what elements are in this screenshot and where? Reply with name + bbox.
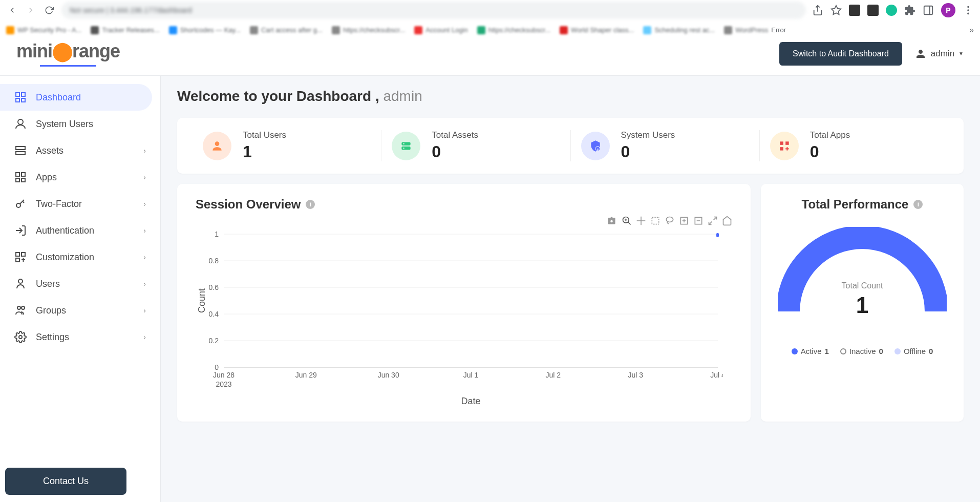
sidebar-item-apps[interactable]: Apps› xyxy=(0,164,160,191)
svg-point-27 xyxy=(18,279,23,283)
svg-text:0: 0 xyxy=(215,363,219,371)
ext1-icon[interactable] xyxy=(849,5,860,16)
svg-point-30 xyxy=(19,336,22,339)
info-icon[interactable]: i xyxy=(306,200,315,209)
zoom-icon[interactable] xyxy=(622,216,632,226)
chevron-down-icon: ▼ xyxy=(958,51,964,56)
sidebar-item-authentication[interactable]: Authentication› xyxy=(0,217,160,244)
svg-rect-24 xyxy=(16,258,19,262)
ext2-icon[interactable] xyxy=(867,5,879,16)
bookmark[interactable]: https://checksubscr... xyxy=(332,26,405,34)
session-chart: 00.20.40.60.81Jun 282023Jun 29Jun 30Jul … xyxy=(196,219,723,408)
ext3-icon[interactable] xyxy=(886,5,897,16)
card-title: Total Performance i xyxy=(779,197,945,212)
browser-chrome: Not secure | 3.444.196.177/dashboard P W… xyxy=(0,0,980,32)
dashboard-icon xyxy=(14,91,27,103)
svg-text:Jun 30: Jun 30 xyxy=(378,371,399,379)
stat-assets: Total Assets0 xyxy=(381,130,570,161)
svg-text:Date: Date xyxy=(461,396,480,406)
bookmark[interactable]: Shortcodes — Kay... xyxy=(169,26,241,34)
sidebar-item-assets[interactable]: Assets› xyxy=(0,137,160,164)
card-title: Session Overview i xyxy=(196,197,732,212)
perf-legend: Active 1 Inactive 0 Offline 0 xyxy=(792,347,933,355)
star-icon[interactable] xyxy=(830,5,842,16)
sidebar-label: Users xyxy=(36,279,60,289)
stat-users: Total Users1 xyxy=(193,130,381,161)
puzzle-icon[interactable] xyxy=(904,5,915,16)
camera-icon[interactable] xyxy=(607,216,617,226)
menu-icon[interactable] xyxy=(963,5,974,16)
bookmark[interactable]: WP Security Pro - A... xyxy=(6,26,81,34)
svg-text:1: 1 xyxy=(215,230,219,238)
bookmark[interactable]: World Shaper class... xyxy=(560,26,634,34)
pan-icon[interactable] xyxy=(636,216,646,226)
chevron-right-icon: › xyxy=(143,147,146,155)
user-menu[interactable]: admin ▼ xyxy=(914,48,964,60)
sidebar-label: Assets xyxy=(36,145,63,156)
settings-icon xyxy=(14,331,27,343)
reload-btn[interactable] xyxy=(43,4,55,16)
sidebar-item-customization[interactable]: Customization› xyxy=(0,244,160,270)
svg-point-35 xyxy=(403,148,404,149)
sysusers-icon: e xyxy=(581,132,610,160)
bookmarks-overflow[interactable]: » xyxy=(969,26,974,35)
sidebar-item-system-users[interactable]: System Users xyxy=(0,111,160,137)
stat-label: Total Apps xyxy=(810,130,850,140)
info-icon[interactable]: i xyxy=(913,200,923,209)
svg-point-34 xyxy=(403,143,404,144)
select-icon[interactable] xyxy=(650,216,661,226)
bookmark[interactable]: https://checksubscr... xyxy=(477,26,550,34)
svg-rect-33 xyxy=(402,147,411,150)
legend-offline: Offline 0 xyxy=(894,347,933,355)
sidebar-item-dashboard[interactable]: Dashboard xyxy=(0,84,152,111)
bookmark[interactable]: Cart access after g... xyxy=(250,26,323,34)
sidebar-label: Groups xyxy=(36,305,66,316)
svg-rect-39 xyxy=(785,141,789,145)
url-bar[interactable]: Not secure | 3.444.196.177/dashboard xyxy=(61,2,806,19)
bookmark[interactable]: Scheduling rest ac... xyxy=(643,26,715,34)
sidebar-item-users[interactable]: Users› xyxy=(0,270,160,297)
svg-text:0.4: 0.4 xyxy=(209,310,219,318)
svg-point-4 xyxy=(967,6,969,8)
svg-text:0.8: 0.8 xyxy=(209,257,219,265)
contact-us-button[interactable]: Contact Us xyxy=(5,468,126,495)
svg-text:Jul 3: Jul 3 xyxy=(628,371,643,379)
svg-rect-40 xyxy=(780,147,783,151)
svg-rect-38 xyxy=(780,141,783,145)
share-icon[interactable] xyxy=(812,5,823,16)
systemusers-icon xyxy=(14,118,27,130)
back-btn[interactable] xyxy=(6,4,18,16)
sidebar-item-two-factor[interactable]: Two-Factor› xyxy=(0,191,160,217)
stat-value: 0 xyxy=(432,142,478,161)
users-icon xyxy=(203,132,231,160)
sidebar-item-settings[interactable]: Settings› xyxy=(0,324,160,350)
svg-rect-12 xyxy=(16,147,25,150)
svg-rect-9 xyxy=(22,98,25,102)
svg-text:Jul 4: Jul 4 xyxy=(710,371,723,379)
svg-rect-7 xyxy=(16,93,19,96)
user-name: admin xyxy=(931,49,954,59)
svg-rect-8 xyxy=(22,93,25,96)
bookmark[interactable]: Account Login xyxy=(414,26,467,34)
sidebar-item-groups[interactable]: Groups› xyxy=(0,297,160,324)
svg-rect-17 xyxy=(22,178,25,182)
bookmark[interactable]: WordPress Error xyxy=(724,26,786,34)
home-icon[interactable] xyxy=(722,216,732,226)
profile-avatar[interactable]: P xyxy=(941,3,955,17)
twofactor-icon xyxy=(14,198,27,210)
svg-line-44 xyxy=(628,222,631,225)
page-title: Welcome to your Dashboard , admin xyxy=(177,88,964,104)
bookmark[interactable]: Tracker Releases... xyxy=(91,26,159,34)
svg-rect-49 xyxy=(652,217,658,224)
session-overview-card: Session Overview i 00.2 xyxy=(177,184,751,422)
forward-btn[interactable] xyxy=(25,4,37,16)
autoscale-icon[interactable] xyxy=(708,216,718,226)
sidebar-label: Apps xyxy=(36,172,57,183)
panel-icon[interactable] xyxy=(923,5,934,16)
chevron-right-icon: › xyxy=(143,226,146,235)
zoom-in-icon[interactable] xyxy=(679,216,689,226)
switch-dashboard-button[interactable]: Switch to Audit Dashboard xyxy=(779,42,902,66)
svg-point-50 xyxy=(666,217,673,222)
lasso-icon[interactable] xyxy=(665,216,675,226)
zoom-out-icon[interactable] xyxy=(693,216,704,226)
